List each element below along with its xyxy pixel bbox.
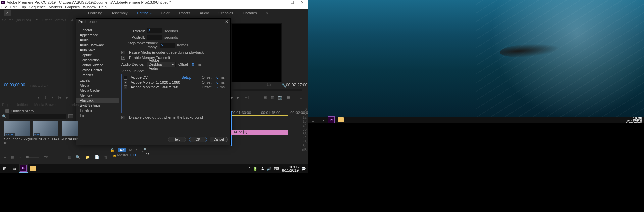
out-icon[interactable]: →| [245, 95, 249, 100]
network-icon[interactable]: 🖧 [260, 167, 264, 171]
clear-icon[interactable]: 🗑 [104, 155, 108, 159]
menu-file[interactable]: File [1, 5, 7, 9]
video-device-row[interactable]: Adobe DV Setup... Offset: 0 ms [124, 75, 225, 80]
menu-sequence[interactable]: Sequence [29, 5, 46, 9]
source-timecode[interactable]: 00;00;00;00 [4, 83, 25, 87]
cat-graphics[interactable]: Graphics [76, 73, 119, 78]
cat-memory[interactable]: Memory [76, 93, 119, 98]
in-icon[interactable]: { [45, 95, 46, 100]
project-item[interactable]: 4;2920190307_114138.jpg4;29 [33, 121, 58, 145]
icon-view-icon[interactable]: ▦ [11, 155, 14, 159]
track-lock-icon[interactable]: 🔒 [110, 148, 115, 152]
close-button[interactable]: ✕ [297, 0, 307, 5]
volume-icon[interactable]: 🔊 [267, 167, 271, 171]
video-device-row[interactable]: ✓ Adobe Monitor 1: 1920 x 1080 Offset: 0… [124, 80, 225, 84]
tray-clock[interactable]: 16:068/11/2019 [282, 165, 299, 172]
new-item-icon[interactable]: 📄 [95, 155, 99, 159]
step-fwd-icon[interactable]: ▸| [237, 95, 240, 100]
cat-media[interactable]: Media [76, 83, 119, 88]
task-view-icon[interactable]: ▭ [9, 164, 19, 173]
track-a3-chip[interactable]: A3 [118, 148, 126, 152]
cat-auto-save[interactable]: Auto Save [76, 48, 119, 53]
sort-icon[interactable]: ≡▾ [44, 155, 48, 159]
cat-appearance[interactable]: Appearance [76, 33, 119, 38]
start-button[interactable]: ⊞ [308, 117, 317, 123]
menu-help[interactable]: Help [99, 5, 107, 9]
cat-capture[interactable]: Capture [76, 53, 119, 58]
ws-graphics[interactable]: Graphics [218, 11, 233, 15]
step-fwd-icon[interactable]: ▸| [66, 95, 69, 100]
export-frame-icon[interactable]: 📷 [278, 95, 283, 100]
search-icon[interactable]: 🔍 [2, 114, 7, 119]
tab-source-menu-icon[interactable]: ≡ [36, 18, 38, 22]
ws-libraries[interactable]: Libraries [243, 11, 257, 15]
cancel-button[interactable]: Cancel [210, 137, 228, 142]
project-view-icon[interactable] [68, 114, 73, 118]
home-button[interactable]: ⌂ [4, 10, 11, 16]
device-checkbox[interactable]: ✓ [124, 85, 127, 89]
solo-icon[interactable]: S [136, 148, 138, 152]
search-input[interactable] [9, 114, 66, 119]
freeform-view-icon[interactable]: ○ [19, 155, 21, 159]
device-offset-value[interactable]: 0 [215, 75, 218, 80]
device-checkbox[interactable]: ✓ [124, 81, 127, 84]
tray-clock[interactable]: 16:068/11/2019 [626, 117, 642, 123]
ws-color[interactable]: Color [161, 11, 169, 15]
ws-editing[interactable]: Editing≡ [137, 11, 152, 15]
taskbar-explorer[interactable] [28, 164, 38, 173]
wrench-icon[interactable]: 🔧 [282, 83, 286, 88]
timeline-clip[interactable]: 114138.jpg [231, 130, 288, 135]
cat-playback[interactable]: Playback [76, 98, 119, 103]
ws-audio[interactable]: Audio [200, 11, 209, 15]
ws-learning[interactable]: Learning [88, 11, 102, 15]
cat-trim[interactable]: Trim [76, 113, 119, 118]
ok-button[interactable]: OK [189, 137, 207, 142]
tab-info[interactable]: Info [85, 103, 91, 107]
play-icon[interactable]: ▸ [231, 95, 233, 100]
cat-timeline[interactable]: Timeline [76, 108, 119, 113]
help-button[interactable]: Help [168, 137, 186, 142]
tab-project[interactable]: Project: Untitled [2, 103, 28, 107]
pause-encoder-checkbox[interactable]: ✓ [121, 51, 125, 54]
timeline-work-area[interactable] [231, 115, 288, 116]
audio-offset-value[interactable]: 0 [192, 62, 194, 66]
program-zoom-level[interactable]: 1/2 [267, 83, 271, 86]
comp-view-icon[interactable]: ▦ [287, 95, 290, 100]
step-back-icon[interactable]: |◂ [58, 95, 61, 100]
project-item[interactable]: 20190307_11373 [62, 121, 78, 145]
dialog-close-icon[interactable]: ✕ [225, 19, 228, 24]
master-track[interactable]: 🔒 Master0.0 [113, 153, 136, 157]
list-view-icon[interactable]: ≡ [4, 155, 6, 159]
mute-icon[interactable]: M [129, 148, 132, 152]
menu-edit[interactable]: Edit [10, 5, 17, 9]
lift-icon[interactable]: ▤ [263, 95, 267, 100]
minimize-button[interactable]: — [278, 0, 288, 4]
cat-audio-hardware[interactable]: Audio Hardware [76, 43, 119, 48]
find-icon[interactable]: 🔍 [76, 155, 80, 159]
preroll-input[interactable] [147, 28, 162, 33]
video-device-row[interactable]: ✓ Adobe Monitor 2: 1360 x 768 Offset: 2 … [124, 85, 225, 89]
marker-icon[interactable]: ▾ [38, 95, 40, 100]
ws-close-icon[interactable]: ≡ [150, 12, 151, 15]
lang-icon[interactable]: ⌨ [274, 167, 279, 171]
cat-device-control[interactable]: Device Control [76, 68, 119, 73]
taskbar-premiere[interactable]: Pr [19, 164, 28, 173]
postroll-input[interactable] [147, 35, 162, 40]
tab-libraries[interactable]: Libraries [65, 103, 79, 107]
tab-effect-controls[interactable]: Effect Controls [42, 18, 66, 22]
maximize-button[interactable]: ☐ [288, 0, 297, 5]
project-bin[interactable]: Untitled.prproj [5, 109, 34, 113]
program-scrub-bar[interactable] [231, 89, 302, 91]
menu-window[interactable]: Window [83, 5, 96, 9]
in-out-icon[interactable]: ▸◂ [146, 152, 149, 155]
button-editor-icon[interactable]: ＋ [299, 96, 303, 102]
cat-labels[interactable]: Labels [76, 78, 119, 83]
taskbar-explorer[interactable] [336, 117, 345, 123]
cat-audio[interactable]: Audio [76, 38, 119, 43]
device-offset-value[interactable]: 2 [215, 85, 218, 89]
cat-control-surface[interactable]: Control Surface [76, 63, 119, 68]
battery-icon[interactable]: 🔋 [253, 167, 258, 171]
taskbar-premiere[interactable]: Pr [327, 117, 336, 123]
new-bin-icon[interactable]: 📁 [85, 155, 90, 159]
cat-media-cache[interactable]: Media Cache [76, 88, 119, 93]
